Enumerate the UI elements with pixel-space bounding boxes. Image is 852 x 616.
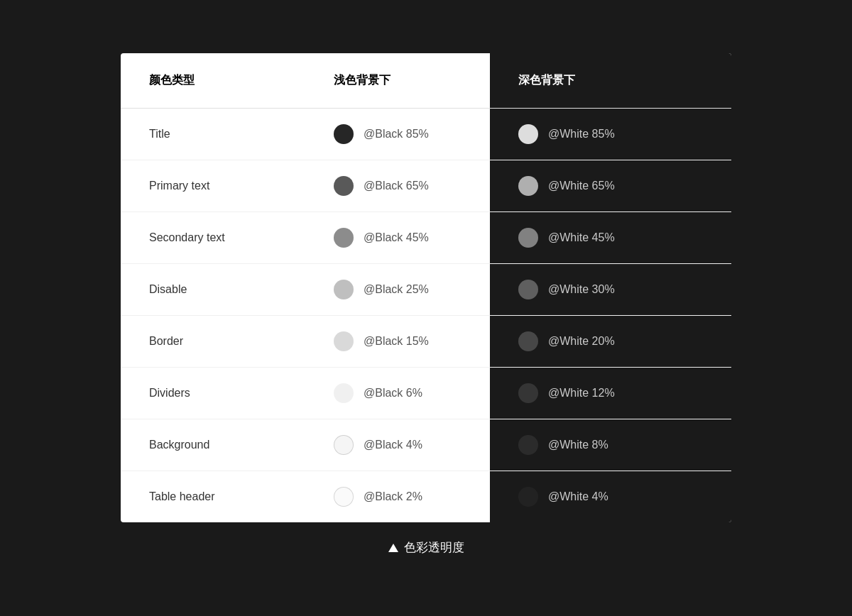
cell-light: @Black 15% bbox=[305, 316, 490, 368]
light-dot bbox=[334, 176, 354, 196]
dark-label: @White 12% bbox=[548, 387, 615, 400]
cell-type: Secondary text bbox=[121, 212, 305, 264]
cell-dark: @White 85% bbox=[490, 109, 731, 160]
dark-label: @White 45% bbox=[548, 231, 615, 244]
cell-type: Dividers bbox=[121, 368, 305, 419]
dark-label: @White 30% bbox=[548, 283, 615, 296]
cell-light: @Black 25% bbox=[305, 264, 490, 316]
dark-label: @White 65% bbox=[548, 180, 615, 192]
light-dot bbox=[334, 124, 354, 144]
light-label: @Black 85% bbox=[364, 128, 429, 141]
cell-type: Border bbox=[121, 316, 305, 368]
col-header-type: 颜色类型 bbox=[121, 53, 305, 109]
cell-light: @Black 85% bbox=[305, 109, 490, 160]
cell-light: @Black 2% bbox=[305, 471, 490, 523]
light-dot bbox=[334, 435, 354, 455]
color-table-card: 颜色类型 浅色背景下 深色背景下 Title@Black 85%@White 8… bbox=[121, 53, 731, 522]
dark-dot bbox=[518, 228, 538, 248]
light-label: @Black 4% bbox=[364, 439, 422, 451]
cell-type: Disable bbox=[121, 264, 305, 316]
dark-label: @White 85% bbox=[548, 128, 615, 141]
cell-type: Background bbox=[121, 419, 305, 471]
light-label: @Black 45% bbox=[364, 231, 429, 244]
col-header-light: 浅色背景下 bbox=[305, 53, 490, 109]
cell-light: @Black 65% bbox=[305, 160, 490, 212]
color-table: 颜色类型 浅色背景下 深色背景下 Title@Black 85%@White 8… bbox=[121, 53, 731, 522]
light-dot bbox=[334, 331, 354, 351]
caption-triangle-icon bbox=[388, 544, 398, 552]
light-dot bbox=[334, 280, 354, 299]
cell-dark: @White 45% bbox=[490, 212, 731, 264]
dark-dot bbox=[518, 487, 538, 507]
dark-dot bbox=[518, 280, 538, 299]
col-header-dark: 深色背景下 bbox=[490, 53, 731, 109]
dark-label: @White 20% bbox=[548, 335, 615, 348]
light-label: @Black 65% bbox=[364, 180, 429, 192]
light-label: @Black 6% bbox=[364, 387, 422, 400]
cell-dark: @White 8% bbox=[490, 419, 731, 471]
light-dot bbox=[334, 228, 354, 248]
dark-label: @White 4% bbox=[548, 490, 608, 503]
dark-dot bbox=[518, 124, 538, 144]
caption-text: 色彩透明度 bbox=[404, 539, 464, 556]
cell-dark: @White 65% bbox=[490, 160, 731, 212]
light-dot bbox=[334, 487, 354, 507]
cell-dark: @White 4% bbox=[490, 471, 731, 523]
cell-light: @Black 45% bbox=[305, 212, 490, 264]
dark-dot bbox=[518, 383, 538, 403]
cell-dark: @White 12% bbox=[490, 368, 731, 419]
dark-dot bbox=[518, 435, 538, 455]
cell-dark: @White 30% bbox=[490, 264, 731, 316]
light-label: @Black 15% bbox=[364, 335, 429, 348]
cell-light: @Black 6% bbox=[305, 368, 490, 419]
cell-type: Title bbox=[121, 109, 305, 160]
light-label: @Black 25% bbox=[364, 283, 429, 296]
dark-label: @White 8% bbox=[548, 439, 608, 451]
cell-light: @Black 4% bbox=[305, 419, 490, 471]
cell-dark: @White 20% bbox=[490, 316, 731, 368]
cell-type: Primary text bbox=[121, 160, 305, 212]
cell-type: Table header bbox=[121, 471, 305, 523]
dark-dot bbox=[518, 331, 538, 351]
light-label: @Black 2% bbox=[364, 490, 422, 503]
light-dot bbox=[334, 383, 354, 403]
dark-dot bbox=[518, 176, 538, 196]
caption: 色彩透明度 bbox=[388, 539, 464, 563]
